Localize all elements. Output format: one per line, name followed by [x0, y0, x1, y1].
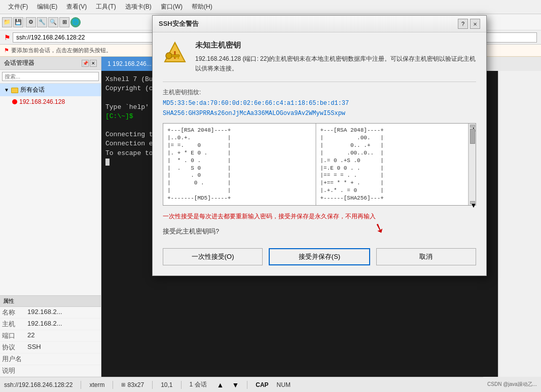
svg-rect-3 [171, 55, 179, 57]
modal-main-content: 未知主机密钥 192.168.246.128 (端口: 22)的主机密钥未在本地… [195, 41, 476, 73]
modal-body: ! 未知主机密钥 192.168.246.128 (端口: 22)的主机密钥未在… [153, 32, 486, 276]
modal-close-button[interactable]: × [470, 19, 480, 29]
btn-accept-save[interactable]: 接受并保存(S) [269, 248, 370, 265]
fingerprint-section: 主机密钥指纹: MD5:33:5e:da:70:60:0d:02:6e:66:c… [163, 88, 476, 117]
ascii-scrollbar[interactable]: ▲ ▼ [468, 124, 476, 205]
ssh-warning-dialog: SSH安全警告 ? × ! [152, 15, 487, 276]
ascii-art-container: +---[RSA 2048]----+ |..0.+. | |= =. 0 | … [163, 123, 476, 205]
modal-description: 192.168.246.128 (端口: 22)的主机密钥未在本地主机密钥数据库… [195, 54, 476, 73]
modal-header-row: ! 未知主机密钥 192.168.246.128 (端口: 22)的主机密钥未在… [163, 41, 476, 73]
scroll-thumb[interactable] [470, 129, 475, 144]
modal-titlebar: SSH安全警告 ? × [153, 16, 486, 32]
sha256-fingerprint: SHA256:GH3PRRAs26onJjMcAa336MALOGova9Av2… [163, 110, 476, 117]
note-area: 一次性接受是每次进去都要重新输入密码，接受并保存是永久保存，不用再输入 ➘ [163, 212, 476, 221]
note-text: 一次性接受是每次进去都要重新输入密码，接受并保存是永久保存，不用再输入 [163, 212, 476, 221]
modal-footer: 一次性接受(O) 接受并保存(S) 取消 [163, 244, 476, 267]
modal-key-icon: ! [163, 41, 187, 65]
modal-controls: ? × [458, 19, 480, 29]
scroll-down-arrow[interactable]: ▼ [470, 201, 475, 204]
ascii-left: +---[RSA 2048]----+ |..0.+. | |= =. 0 | … [163, 124, 316, 205]
fingerprint-label: 主机密钥指纹: [163, 88, 476, 97]
svg-rect-5 [175, 57, 176, 58]
modal-overlay: SSH安全警告 ? × ! [0, 0, 541, 392]
btn-once-accept[interactable]: 一次性接受(O) [163, 248, 263, 265]
btn-cancel[interactable]: 取消 [376, 248, 476, 265]
md5-fingerprint: MD5:33:5e:da:70:60:0d:02:6e:66:c4:a1:18:… [163, 100, 476, 107]
modal-main-title: 未知主机密钥 [195, 41, 476, 50]
svg-point-2 [166, 53, 172, 59]
modal-divider-1 [163, 82, 476, 82]
svg-rect-4 [177, 57, 179, 59]
ascii-right: +---[RSA 2048]----+ | .00. | | 0.. .+ | … [316, 124, 469, 205]
modal-title-text: SSH安全警告 [159, 19, 199, 28]
scroll-up-arrow[interactable]: ▲ [470, 125, 475, 128]
question-text: 接受此主机密钥吗? [163, 227, 476, 236]
modal-help-button[interactable]: ? [458, 19, 468, 29]
